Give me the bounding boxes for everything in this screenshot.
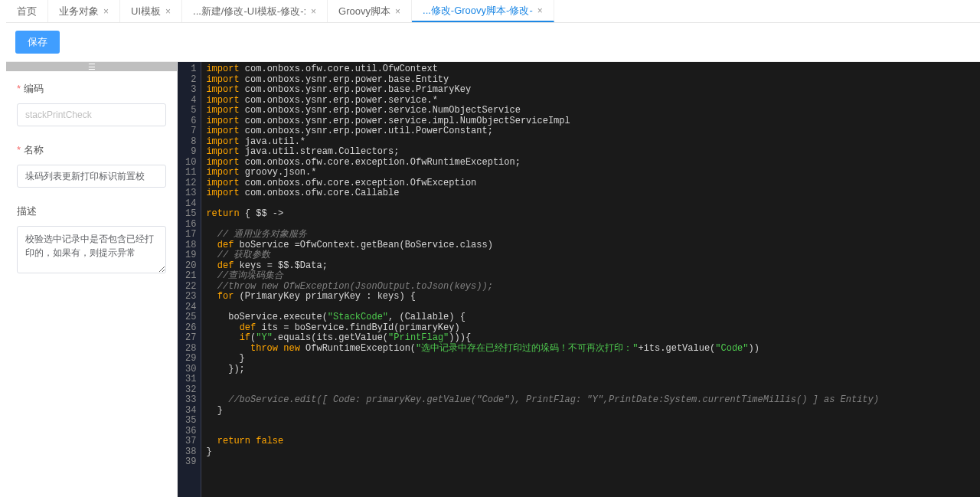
code-line: //boService.edit([ Code: primaryKey.getV… <box>206 395 980 406</box>
code-label: 编码 <box>17 82 166 96</box>
line-number: 16 <box>185 220 196 231</box>
code-line <box>206 220 980 231</box>
line-number: 25 <box>185 312 196 323</box>
line-number: 32 <box>185 385 196 396</box>
code-line: import com.onboxs.ysnr.erp.power.base.Pr… <box>206 85 980 96</box>
close-icon[interactable]: × <box>311 6 316 17</box>
line-number: 19 <box>185 250 196 261</box>
close-icon[interactable]: × <box>103 6 109 17</box>
desc-label: 描述 <box>17 204 166 218</box>
line-number: 18 <box>185 240 196 251</box>
code-line: //查询垛码集合 <box>206 271 980 282</box>
tab-label: UI模板 <box>131 5 161 18</box>
name-label: 名称 <box>17 143 166 157</box>
tab-4[interactable]: Groovy脚本× <box>328 0 412 22</box>
close-icon[interactable]: × <box>165 6 171 17</box>
code-line: import com.onboxs.ysnr.erp.power.service… <box>206 116 980 127</box>
line-number: 33 <box>185 395 196 406</box>
code-line: // 获取参数 <box>206 250 980 261</box>
tab-0[interactable]: 首页 <box>6 0 48 22</box>
code-line <box>206 385 980 396</box>
line-number: 11 <box>185 168 196 178</box>
line-number: 31 <box>185 374 196 385</box>
line-number: 14 <box>185 199 196 210</box>
line-number: 22 <box>185 282 196 293</box>
code-line <box>206 199 980 210</box>
code-input[interactable] <box>17 103 166 126</box>
line-number: 15 <box>185 209 196 220</box>
code-line: boService.execute("StackCode", (Callable… <box>206 312 980 323</box>
line-number: 27 <box>185 333 196 344</box>
line-number: 1 <box>185 64 196 75</box>
code-line: if("Y".equals(its.getValue("PrintFlag"))… <box>206 333 980 344</box>
code-line: }); <box>206 365 980 375</box>
line-number: 20 <box>185 261 196 272</box>
code-line: throw new OfwRuntimeException("选中记录中存在已经… <box>206 344 980 355</box>
code-line: import com.onboxs.ofw.core.util.OfwConte… <box>206 64 980 75</box>
code-line <box>206 374 980 385</box>
code-line: import com.onboxs.ysnr.erp.power.util.Po… <box>206 126 980 137</box>
code-line: return false <box>206 437 980 447</box>
code-line: import com.onboxs.ofw.core.exception.Ofw… <box>206 158 980 168</box>
line-number: 4 <box>185 96 196 106</box>
line-number: 13 <box>185 188 196 199</box>
code-line: import com.onboxs.ofw.core.exception.Ofw… <box>206 178 980 189</box>
form-sidebar: ☰ 编码 名称 描述 <box>6 62 178 497</box>
code-editor[interactable]: 1234567891011121314151617181920212223242… <box>178 62 980 497</box>
code-line: import com.onboxs.ysnr.erp.power.service… <box>206 96 980 106</box>
tab-label: Groovy脚本 <box>338 5 390 18</box>
line-number: 6 <box>185 116 196 127</box>
tab-label: ...修改-Groovy脚本-修改- <box>423 4 533 18</box>
line-number: 38 <box>185 447 196 458</box>
code-line: import com.onboxs.ysnr.erp.power.service… <box>206 106 980 116</box>
code-line: } <box>206 447 980 458</box>
line-number: 34 <box>185 406 196 417</box>
editor-gutter: 1234567891011121314151617181920212223242… <box>178 62 201 497</box>
editor-code[interactable]: import com.onboxs.ofw.core.util.OfwConte… <box>201 62 980 497</box>
line-number: 28 <box>185 344 196 355</box>
code-line: import groovy.json.* <box>206 168 980 178</box>
code-line <box>206 427 980 437</box>
line-number: 8 <box>185 137 196 148</box>
code-line: //throw new OfwException(JsonOutput.toJs… <box>206 282 980 293</box>
tab-5[interactable]: ...修改-Groovy脚本-修改-× <box>412 0 554 22</box>
line-number: 36 <box>185 427 196 437</box>
code-line: import com.onboxs.ysnr.erp.power.base.En… <box>206 75 980 86</box>
tab-bar: 首页业务对象×UI模板×...新建/修改-UI模板-修改-:×Groovy脚本×… <box>6 0 980 23</box>
code-line: def boService =OfwContext.getBean(BoServ… <box>206 240 980 251</box>
code-line: return { $$ -> <box>206 209 980 220</box>
code-line: import com.onboxs.ofw.core.Callable <box>206 188 980 199</box>
line-number: 37 <box>185 437 196 447</box>
code-line: def its = boService.findById(primaryKey) <box>206 323 980 334</box>
code-line: import java.util.stream.Collectors; <box>206 147 980 158</box>
line-number: 9 <box>185 147 196 158</box>
tab-3[interactable]: ...新建/修改-UI模板-修改-:× <box>182 0 328 22</box>
close-icon[interactable]: × <box>395 6 400 17</box>
save-button[interactable]: 保存 <box>15 31 60 54</box>
line-number: 2 <box>185 75 196 86</box>
line-number: 10 <box>185 158 196 168</box>
line-number: 26 <box>185 323 196 334</box>
line-number: 12 <box>185 178 196 189</box>
line-number: 39 <box>185 457 196 468</box>
line-number: 3 <box>185 85 196 96</box>
tab-label: ...新建/修改-UI模板-修改-: <box>193 5 306 18</box>
close-icon[interactable]: × <box>537 5 543 16</box>
line-number: 5 <box>185 106 196 116</box>
tab-1[interactable]: 业务对象× <box>48 0 120 22</box>
sidebar-collapse-handle[interactable]: ☰ <box>6 62 177 71</box>
line-number: 30 <box>185 365 196 375</box>
code-line <box>206 416 980 427</box>
line-number: 35 <box>185 416 196 427</box>
name-input[interactable] <box>17 165 166 188</box>
line-number: 24 <box>185 302 196 313</box>
tab-2[interactable]: UI模板× <box>120 0 182 22</box>
line-number: 7 <box>185 126 196 137</box>
tab-label: 业务对象 <box>59 5 99 18</box>
line-number: 23 <box>185 292 196 302</box>
line-number: 17 <box>185 230 196 240</box>
desc-textarea[interactable] <box>17 226 166 273</box>
tab-label: 首页 <box>17 5 37 18</box>
code-line: for (PrimaryKey primaryKey : keys) { <box>206 292 980 302</box>
line-number: 29 <box>185 354 196 365</box>
